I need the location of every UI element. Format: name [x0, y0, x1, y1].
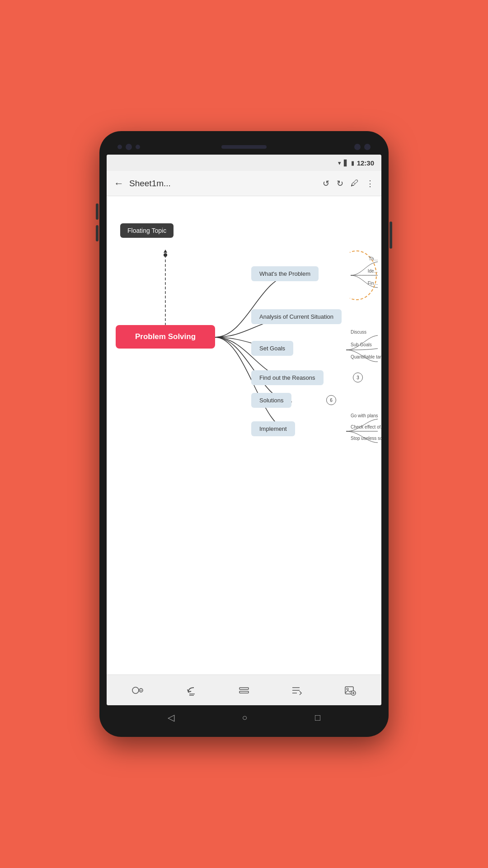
- svg-point-15: [347, 688, 348, 690]
- svg-rect-9: [239, 688, 249, 689]
- partial-text-2: Ide...: [368, 269, 378, 274]
- format-button[interactable]: 🖊: [351, 179, 359, 188]
- undo-tool-button[interactable]: [185, 684, 197, 697]
- status-icons: ▾ ▋ ▮ 12:30: [338, 159, 374, 167]
- branch-solutions[interactable]: Solutions: [251, 393, 291, 408]
- branch-implement[interactable]: Implement: [251, 421, 295, 436]
- app-bar: ← Sheet1m... ↺ ↻ 🖊 ⋮: [107, 171, 381, 196]
- more-options-button[interactable]: ⋮: [366, 179, 374, 189]
- svg-point-4: [132, 687, 139, 693]
- layout-button[interactable]: [238, 684, 250, 697]
- insert-button[interactable]: [291, 684, 303, 697]
- toolbar-icons: ↺ ↻ 🖊 ⋮: [323, 179, 374, 189]
- svg-marker-2: [164, 250, 167, 253]
- mindmap-connections: [107, 196, 381, 675]
- battery-icon: ▮: [351, 160, 354, 166]
- svg-rect-10: [239, 691, 249, 693]
- camera-sensors: [117, 144, 140, 150]
- phone-top-bezel: [107, 139, 381, 155]
- speaker-grill: [221, 145, 267, 149]
- status-bar: ▾ ▋ ▮ 12:30: [107, 155, 381, 171]
- bottom-toolbar: +: [107, 675, 381, 705]
- redo-button[interactable]: ↻: [337, 179, 343, 189]
- set-goals-sub-2: Sub Goals: [351, 342, 372, 347]
- app-title: Sheet1m...: [129, 179, 317, 189]
- add-image-icon: [343, 684, 356, 697]
- wifi-icon: ▾: [338, 160, 341, 166]
- power-button: [389, 222, 392, 249]
- set-goals-sub-3: Quantifiable targ...: [351, 354, 381, 359]
- clock: 12:30: [357, 159, 374, 167]
- camera-sensors-right: [354, 144, 371, 150]
- nav-recents-button[interactable]: □: [315, 712, 320, 723]
- set-goals-sub-1: Discuss: [351, 330, 366, 335]
- implement-sub-3: Stop useless so...: [351, 436, 381, 441]
- undo-tool-icon: [185, 684, 197, 697]
- volume-buttons: [96, 203, 99, 241]
- branch-set-goals[interactable]: Set Goals: [251, 341, 293, 356]
- branch-analysis[interactable]: Analysis of Current Situation: [251, 309, 342, 324]
- central-node[interactable]: Problem Solving: [116, 325, 215, 349]
- phone-nav-bar: ◁ ○ □: [107, 705, 381, 730]
- screen: ▾ ▋ ▮ 12:30 ← Sheet1m... ↺ ↻ 🖊 ⋮: [107, 155, 381, 705]
- undo-button[interactable]: ↺: [323, 179, 329, 189]
- nav-back-button[interactable]: ◁: [168, 712, 174, 723]
- add-node-icon: +: [132, 684, 145, 697]
- branch-find-reasons[interactable]: Find out the Reasons: [251, 370, 324, 385]
- svg-text:+: +: [140, 688, 142, 693]
- add-image-button[interactable]: [343, 684, 356, 697]
- signal-icon: ▋: [344, 160, 348, 166]
- implement-sub-2: Check effect of...: [351, 425, 381, 429]
- partial-text-1: Th...: [369, 256, 378, 261]
- solutions-badge: 6: [326, 395, 336, 405]
- svg-point-1: [164, 253, 167, 257]
- add-node-button[interactable]: +: [132, 684, 145, 697]
- floating-topic-node[interactable]: Floating Topic: [120, 223, 174, 238]
- find-reasons-badge: 3: [353, 373, 363, 382]
- branch-whats-problem[interactable]: What's the Problem: [251, 266, 319, 281]
- insert-icon: [291, 684, 303, 697]
- back-button[interactable]: ←: [114, 178, 124, 189]
- nav-home-button[interactable]: ○: [242, 712, 247, 723]
- layout-icon: [238, 684, 250, 697]
- implement-sub-1: Go with plans: [351, 413, 378, 418]
- canvas-area[interactable]: Floating Topic Problem Solving What's th…: [107, 196, 381, 675]
- partial-text-3: Fin...: [368, 281, 378, 286]
- phone-frame: ▾ ▋ ▮ 12:30 ← Sheet1m... ↺ ↻ 🖊 ⋮: [99, 131, 389, 737]
